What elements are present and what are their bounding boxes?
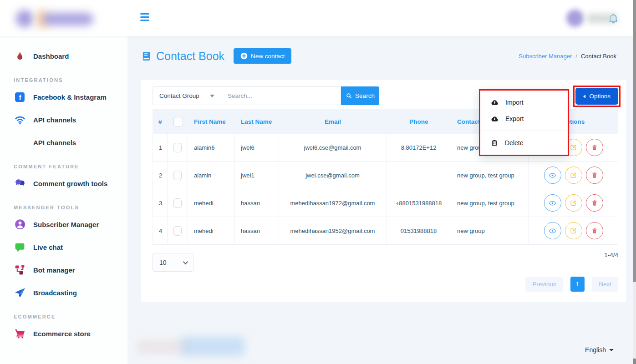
- language-selector[interactable]: English: [585, 346, 614, 354]
- comments-icon: [14, 177, 26, 190]
- sidebar-item-label: Dashboard: [33, 52, 69, 60]
- cell-email: mehedihassan1972@gmail.com: [279, 189, 387, 217]
- search-button[interactable]: Search: [341, 86, 379, 105]
- options-button[interactable]: Options: [575, 88, 618, 105]
- contact-group-filter-select[interactable]: Contact Group: [153, 86, 221, 105]
- cell-phone: 8.80172E+12: [387, 134, 451, 161]
- search-input[interactable]: [221, 86, 341, 105]
- current-page-button[interactable]: 1: [570, 277, 585, 292]
- sidebar-item-label: Broadcasting: [33, 289, 77, 297]
- sidebar-item-label: API channels: [33, 139, 76, 147]
- table-row: 3 mehedi hassan mehedihassan1972@gmail.c…: [153, 189, 618, 217]
- facebook-icon: f: [14, 91, 26, 103]
- plus-circle-icon: [240, 52, 248, 60]
- search-icon: [346, 92, 352, 99]
- scrollbar-thumb[interactable]: [633, 0, 636, 282]
- col-header-num: #: [153, 118, 168, 125]
- col-header-last-name: Last Name: [235, 118, 279, 125]
- breadcrumb-separator: /: [575, 53, 577, 60]
- menu-item-delete[interactable]: Delete: [480, 135, 568, 151]
- cell-phone: [387, 162, 451, 189]
- delete-contact-button[interactable]: [586, 167, 603, 184]
- view-contact-button[interactable]: [544, 194, 561, 212]
- user-name-blurred: [587, 14, 617, 23]
- row-checkbox[interactable]: [173, 171, 182, 180]
- row-checkbox[interactable]: [173, 226, 182, 236]
- app-logo-blurred[interactable]: [11, 5, 102, 33]
- book-icon: [141, 51, 152, 61]
- sidebar-item-subscriber-manager[interactable]: Subscriber Manager: [0, 213, 127, 236]
- sidebar-item-ecommerce-store[interactable]: Ecommerce store: [0, 322, 127, 345]
- logo-wordmark: [43, 13, 93, 25]
- edit-icon: [570, 227, 577, 235]
- row-num: 2: [153, 162, 168, 189]
- cell-last-name: hassan: [235, 189, 279, 217]
- view-contact-button[interactable]: [544, 167, 561, 184]
- cell-groups: new group, test group: [451, 189, 529, 217]
- cell-groups: new group: [451, 217, 529, 244]
- sidebar-item-label: Facebook & Instagram: [33, 93, 107, 101]
- breadcrumb-parent-link[interactable]: Subscriber Manager: [519, 53, 572, 60]
- view-contact-button[interactable]: [544, 222, 561, 239]
- main-content: Contact Book New contact Subscriber Mana…: [127, 36, 633, 364]
- edit-contact-button[interactable]: [565, 167, 582, 184]
- select-all-checkbox[interactable]: [173, 117, 183, 126]
- eye-icon: [549, 227, 556, 235]
- new-contact-button[interactable]: New contact: [234, 48, 291, 64]
- sidebar-item-broadcasting[interactable]: Broadcasting: [0, 281, 127, 304]
- row-checkbox[interactable]: [173, 143, 182, 152]
- menu-item-export[interactable]: Export: [480, 111, 568, 127]
- sidebar-subitem-api-channels[interactable]: API channels: [0, 131, 127, 154]
- user-circle-icon: [14, 218, 26, 231]
- options-annotation-box: Options: [573, 86, 621, 107]
- cell-email: jwel.cse@gmail.com: [279, 162, 387, 189]
- user-avatar-blurred[interactable]: [566, 10, 584, 27]
- eye-icon: [549, 199, 556, 207]
- page-scrollbar[interactable]: [633, 0, 636, 364]
- edit-icon: [570, 199, 577, 207]
- edit-icon: [570, 172, 577, 179]
- sidebar-item-label: Subscriber Manager: [33, 221, 99, 228]
- edit-contact-button[interactable]: [565, 194, 582, 212]
- page-size-select[interactable]: 10: [153, 253, 193, 272]
- trash-icon: [490, 139, 499, 147]
- sidebar-section-integrations: INTEGRATIONS: [0, 67, 127, 86]
- sidebar-item-dashboard[interactable]: Dashboard: [0, 45, 127, 67]
- sidebar-item-live-chat[interactable]: Live chat: [0, 236, 127, 258]
- cell-phone: 01531988818: [387, 217, 451, 244]
- edit-contact-button[interactable]: [565, 222, 582, 239]
- sidebar-item-bot-manager[interactable]: Bot manager: [0, 258, 127, 281]
- row-checkbox[interactable]: [173, 198, 182, 208]
- sidebar-item-comment-growth-tools[interactable]: Comment growth tools: [0, 172, 127, 195]
- svg-text:f: f: [19, 94, 22, 101]
- chevron-down-icon: [609, 349, 614, 351]
- col-header-phone: Phone: [387, 118, 451, 125]
- caret-left-icon: [583, 95, 585, 98]
- cell-first-name: alamin: [188, 162, 235, 189]
- breadcrumb-current: Contact Book: [581, 53, 616, 60]
- sidebar-section-messenger-tools: MESSENGER TOOLS: [0, 195, 127, 213]
- delete-contact-button[interactable]: [586, 139, 603, 156]
- cell-first-name: mehedi: [188, 217, 235, 244]
- sidebar-item-facebook-instagram[interactable]: f Facebook & Instagram: [0, 86, 127, 108]
- table-row: 2 alamin jwel1 jwel.cse@gmail.com new gr…: [153, 162, 618, 189]
- pagination: Previous 1 Next: [525, 277, 618, 292]
- wifi-icon: [14, 114, 26, 126]
- footer-blurred-item: [181, 337, 245, 356]
- top-navbar: [0, 0, 633, 36]
- pagination-range-label: 1-4/4: [604, 252, 618, 258]
- row-num: 1: [153, 134, 168, 161]
- sidebar-item-label: Ecommerce store: [33, 330, 91, 338]
- eye-icon: [549, 172, 556, 179]
- previous-page-button[interactable]: Previous: [525, 277, 563, 292]
- sidebar-item-api-channels[interactable]: API channels: [0, 108, 127, 131]
- hamburger-menu-icon[interactable]: [140, 13, 150, 23]
- delete-contact-button[interactable]: [586, 194, 603, 212]
- row-num: 4: [153, 217, 168, 244]
- sidebar-item-label: Comment growth tools: [33, 180, 107, 187]
- cell-first-name: mehedi: [188, 189, 235, 217]
- delete-contact-button[interactable]: [586, 222, 603, 239]
- next-page-button[interactable]: Next: [592, 277, 618, 292]
- chevron-down-icon: [183, 259, 188, 264]
- menu-item-import[interactable]: Import: [480, 94, 568, 111]
